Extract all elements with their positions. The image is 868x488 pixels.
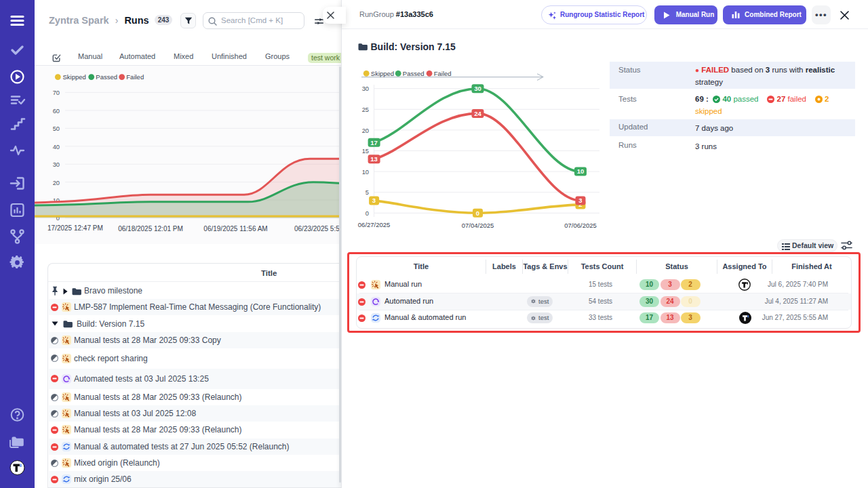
svg-text:20: 20	[53, 180, 60, 186]
svg-text:30: 30	[362, 85, 369, 92]
svg-text:Skipped: Skipped	[63, 73, 86, 81]
svg-text:Passed: Passed	[403, 70, 425, 77]
svg-text:0: 0	[476, 209, 479, 217]
svg-text:17: 17	[370, 139, 378, 146]
svg-text:10: 10	[362, 169, 369, 176]
svg-text:0: 0	[366, 210, 369, 217]
svg-text:Failed: Failed	[126, 73, 144, 81]
svg-text:5: 5	[366, 189, 369, 196]
svg-text:20: 20	[362, 127, 369, 134]
svg-text:30: 30	[474, 85, 481, 92]
svg-text:06/23/2025 5:52 P: 06/23/2025 5:52 P	[294, 225, 341, 232]
svg-text:Skipped: Skipped	[371, 70, 394, 77]
svg-text:07/06/2025: 07/06/2025	[564, 222, 597, 229]
svg-text:15: 15	[362, 148, 369, 155]
svg-text:24: 24	[474, 110, 481, 117]
svg-text:3: 3	[578, 197, 582, 204]
svg-text:07/04/2025: 07/04/2025	[462, 222, 494, 229]
svg-text:70: 70	[53, 89, 60, 96]
svg-text:10: 10	[577, 167, 585, 175]
svg-text:06/18/2025 12:01 PM: 06/18/2025 12:01 PM	[118, 225, 183, 232]
svg-text:50: 50	[53, 125, 60, 132]
svg-text:17/2025 12:47 PM: 17/2025 12:47 PM	[47, 224, 103, 232]
svg-text:30: 30	[53, 161, 60, 168]
svg-text:25: 25	[362, 106, 369, 113]
svg-text:06/27/2025: 06/27/2025	[358, 221, 391, 228]
svg-text:13: 13	[370, 155, 378, 163]
svg-text:06/19/2025 11:56 AM: 06/19/2025 11:56 AM	[203, 225, 267, 232]
svg-text:3: 3	[372, 197, 376, 204]
svg-text:Failed: Failed	[434, 70, 452, 77]
svg-text:Passed: Passed	[96, 73, 117, 81]
svg-text:40: 40	[53, 144, 60, 150]
svg-text:60: 60	[53, 108, 60, 115]
